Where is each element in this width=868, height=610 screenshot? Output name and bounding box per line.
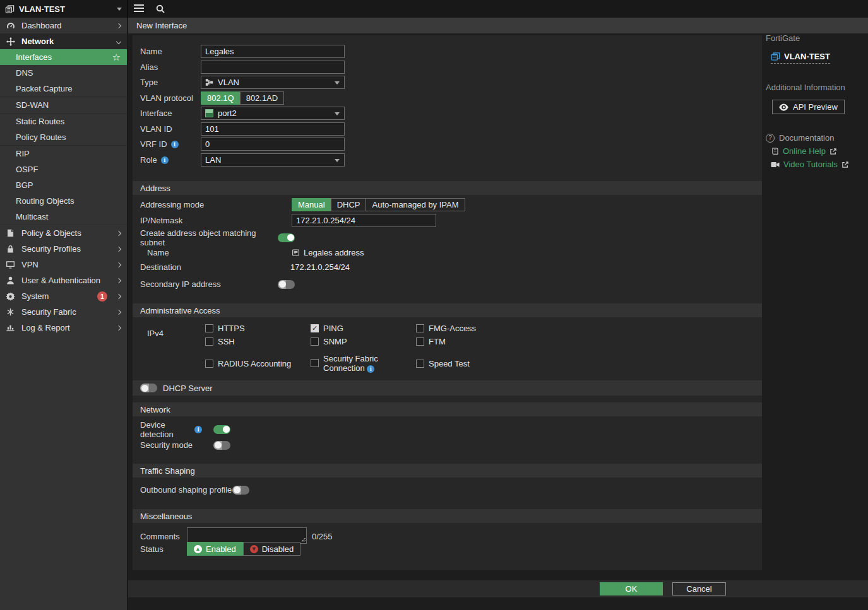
checkbox-icon[interactable] <box>205 360 213 368</box>
vlan-type-icon <box>205 78 213 86</box>
sidebar-item-vpn[interactable]: VPN <box>0 257 127 273</box>
sidebar-item-log-report[interactable]: Log & Report <box>0 320 127 336</box>
status-disabled-button[interactable]: ▼ Disabled <box>243 542 301 556</box>
sidebar-subitem-interfaces[interactable]: Interfaces ☆ <box>0 49 127 65</box>
sidebar-subitem-static-routes[interactable]: Static Routes <box>0 114 127 129</box>
sidebar-item-network[interactable]: Network <box>0 33 127 49</box>
sidebar-item-label: VPN <box>21 260 39 269</box>
sidebar-item-security-fabric[interactable]: Security Fabric <box>0 304 127 320</box>
menu-toggle-icon[interactable] <box>134 4 144 13</box>
online-help-link[interactable]: Online Help <box>771 146 868 156</box>
alias-input[interactable] <box>201 61 345 74</box>
checkbox-icon[interactable] <box>416 360 424 368</box>
checkbox-snmp[interactable]: SNMP <box>311 337 405 346</box>
sidebar-subitem-multicast[interactable]: Multicast <box>0 209 127 225</box>
sidebar-subitem-bgp[interactable]: BGP <box>0 177 127 193</box>
checkbox-icon[interactable] <box>416 324 424 332</box>
vlan-protocol-8021q-button[interactable]: 802.1Q <box>201 91 241 105</box>
checkbox-radius-accounting[interactable]: RADIUS Accounting <box>205 359 306 368</box>
checkbox-ftm[interactable]: FTM <box>416 337 517 346</box>
ipv4-label: IPv4 <box>147 329 163 338</box>
sidebar-item-user-authentication[interactable]: User & Authentication <box>0 273 127 288</box>
sidebar-nav: Dashboard Network Interfaces ☆ DNS Packe… <box>0 18 128 610</box>
sidebar-item-label: Log & Report <box>21 323 70 332</box>
ok-button[interactable]: OK <box>600 582 663 595</box>
device-link[interactable]: VLAN-TEST <box>771 52 830 64</box>
sidebar-item-security-profiles[interactable]: Security Profiles <box>0 241 127 257</box>
outbound-shaping-toggle[interactable] <box>232 486 249 495</box>
checkbox-fmg-access[interactable]: FMG-Access <box>416 324 517 333</box>
chevron-right-icon <box>116 23 121 28</box>
checkbox-icon[interactable] <box>205 324 213 332</box>
checkbox-checked-icon[interactable]: ✓ <box>311 324 319 332</box>
security-mode-toggle[interactable] <box>213 441 230 450</box>
type-value: VLAN <box>218 78 239 87</box>
sidebar-item-label: System <box>21 291 49 301</box>
checkbox-security-fabric-connection[interactable]: Security Fabric Connection i <box>311 354 405 373</box>
option-label: Enabled <box>206 544 236 554</box>
checkbox-speed-test[interactable]: Speed Test <box>416 359 517 368</box>
sidebar-item-policy-objects[interactable]: Policy & Objects <box>0 225 127 241</box>
addressing-mode-dhcp-button[interactable]: DHCP <box>331 198 367 211</box>
checkbox-https[interactable]: HTTPS <box>205 324 306 333</box>
dhcp-server-toggle[interactable] <box>140 384 157 392</box>
api-preview-button[interactable]: API Preview <box>772 100 845 114</box>
status-enabled-button[interactable]: ▲ Enabled <box>187 542 243 556</box>
favorite-star-icon[interactable]: ☆ <box>112 52 121 63</box>
checkbox-icon[interactable] <box>311 337 319 346</box>
checkbox-label: FMG-Access <box>429 324 476 333</box>
sidebar-subitem-sd-wan[interactable]: SD-WAN <box>0 97 127 113</box>
addressing-mode-manual-button[interactable]: Manual <box>292 198 331 211</box>
checkbox-ping[interactable]: ✓ PING <box>311 324 405 333</box>
ip-netmask-label: IP/Netmask <box>140 216 292 225</box>
vlan-id-input[interactable] <box>201 122 345 136</box>
sidebar-item-dashboard[interactable]: Dashboard <box>0 18 127 33</box>
search-icon[interactable] <box>155 4 165 14</box>
video-tutorials-link[interactable]: Video Tutorials <box>771 160 868 169</box>
comments-textarea[interactable] <box>187 527 307 544</box>
sidebar-item-label: Security Profiles <box>21 244 81 254</box>
chevron-right-icon <box>116 309 121 314</box>
interface-select[interactable]: port2 <box>201 107 345 120</box>
vrf-id-input[interactable] <box>201 138 345 151</box>
interface-value: port2 <box>218 109 237 118</box>
label-text: Device detection <box>140 420 191 439</box>
sidebar-subitem-packet-capture[interactable]: Packet Capture <box>0 81 127 97</box>
resize-grip-icon[interactable] <box>301 537 306 542</box>
sidebar-subitem-dns[interactable]: DNS <box>0 65 127 81</box>
documentation-header: ? Documentation <box>766 133 868 143</box>
chevron-right-icon <box>116 246 121 251</box>
chevron-right-icon <box>116 293 121 298</box>
sidebar-subitem-ospf[interactable]: OSPF <box>0 161 127 177</box>
addressing-mode-ipam-button[interactable]: Auto-managed by IPAM <box>366 198 465 211</box>
sidebar-subitem-policy-routes[interactable]: Policy Routes <box>0 129 127 145</box>
sidebar-subitem-rip[interactable]: RIP <box>0 146 127 161</box>
checkbox-ssh[interactable]: SSH <box>205 337 306 346</box>
section-title: Traffic Shaping <box>140 466 195 476</box>
name-input[interactable] <box>201 45 345 58</box>
checkbox-icon[interactable] <box>205 337 213 346</box>
info-icon: i <box>194 426 202 433</box>
device-detection-toggle[interactable] <box>213 425 230 434</box>
cancel-button[interactable]: Cancel <box>672 582 726 595</box>
user-icon <box>5 276 16 285</box>
sidebar-subitem-routing-objects[interactable]: Routing Objects <box>0 193 127 209</box>
checkbox-icon[interactable] <box>416 337 424 346</box>
sidebar-item-label: User & Authentication <box>21 276 100 285</box>
create-address-object-toggle[interactable] <box>278 233 295 242</box>
api-preview-label: API Preview <box>793 102 838 112</box>
device-detection-label: Device detection i <box>140 420 202 439</box>
option-label: Manual <box>298 200 325 209</box>
checkbox-icon[interactable] <box>311 359 319 367</box>
vlan-id-label: VLAN ID <box>140 124 201 134</box>
book-icon <box>771 147 779 155</box>
ip-netmask-input[interactable] <box>292 214 436 227</box>
sidebar-item-system[interactable]: System 1 <box>0 288 127 304</box>
type-select[interactable]: VLAN <box>201 76 345 89</box>
sidebar-subitem-label: BGP <box>16 180 33 190</box>
device-selector[interactable]: VLAN-TEST <box>0 0 128 18</box>
secondary-ip-toggle[interactable] <box>278 280 295 289</box>
role-select[interactable]: LAN <box>201 153 345 167</box>
info-icon: i <box>171 141 179 148</box>
vlan-protocol-8021ad-button[interactable]: 802.1AD <box>240 91 285 105</box>
